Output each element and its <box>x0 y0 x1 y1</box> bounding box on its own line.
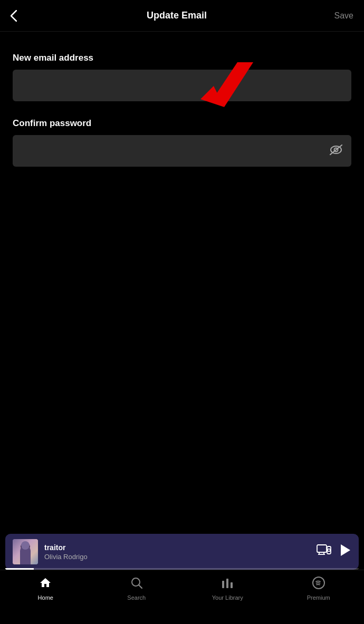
search-label: Search <box>127 594 146 601</box>
svg-rect-9 <box>317 545 327 552</box>
header: Update Email Save <box>0 0 364 32</box>
nav-item-premium[interactable]: Premium <box>273 577 365 601</box>
search-icon <box>130 577 143 591</box>
svg-rect-17 <box>222 581 224 588</box>
nav-item-library[interactable]: Your Library <box>182 577 273 601</box>
svg-rect-18 <box>226 579 228 588</box>
password-field-group: Confirm password <box>13 118 351 167</box>
mini-player[interactable]: traitor Olivia Rodrigo <box>5 534 359 570</box>
home-label: Home <box>38 594 53 601</box>
svg-rect-5 <box>13 539 38 564</box>
mini-player-controls <box>317 543 351 560</box>
album-art <box>13 539 38 564</box>
password-label: Confirm password <box>13 118 351 129</box>
svg-rect-7 <box>21 553 30 564</box>
nav-item-home[interactable]: Home <box>0 577 91 601</box>
password-input-wrap <box>13 135 351 167</box>
email-label: New email address <box>13 53 351 63</box>
track-artist: Olivia Rodrigo <box>44 553 317 561</box>
svg-point-8 <box>21 543 30 550</box>
svg-line-16 <box>139 585 142 588</box>
form-content: New email address Confirm password <box>0 32 364 167</box>
mini-player-info: traitor Olivia Rodrigo <box>44 543 317 561</box>
bottom-navigation: Home Search Your Library <box>0 570 364 624</box>
save-button[interactable]: Save <box>322 11 353 21</box>
email-input-wrap <box>13 70 351 101</box>
svg-rect-19 <box>231 582 233 588</box>
svg-point-6 <box>22 544 29 553</box>
library-icon <box>221 577 234 591</box>
premium-icon <box>312 577 325 591</box>
password-toggle-button[interactable] <box>329 144 343 158</box>
email-field-group: New email address <box>13 53 351 101</box>
play-button[interactable] <box>340 543 351 560</box>
nav-item-search[interactable]: Search <box>91 577 183 601</box>
page-title: Update Email <box>32 10 322 21</box>
back-button[interactable] <box>11 10 32 22</box>
library-label: Your Library <box>212 594 243 601</box>
password-input[interactable] <box>13 135 351 167</box>
premium-label: Premium <box>307 594 330 601</box>
device-connect-button[interactable] <box>317 544 331 560</box>
email-input[interactable] <box>13 70 351 101</box>
track-title: traitor <box>44 543 317 552</box>
svg-point-11 <box>328 549 330 551</box>
home-icon <box>39 577 52 591</box>
